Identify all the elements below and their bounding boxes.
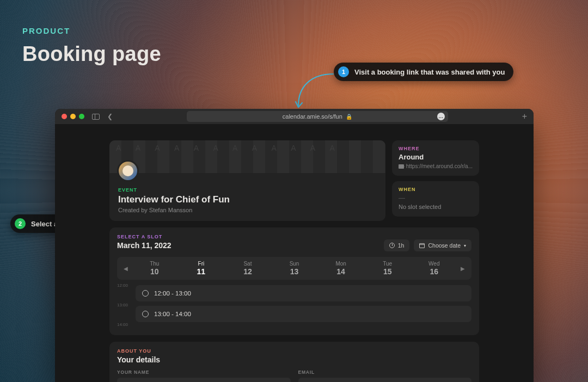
slot-option-2[interactable]: 13:00 - 14:00 [136,306,471,322]
slot-option-1[interactable]: 12:00 - 13:00 [136,285,471,301]
close-icon[interactable] [62,114,67,119]
new-tab-icon[interactable]: + [522,112,527,121]
callout-2-num: 2 [15,218,26,229]
eyebrow: PRODUCT [22,26,70,35]
where-card: WHERE Around https://meet.around.co/r/a.… [392,140,479,176]
when-card: WHEN — No slot selected [392,181,479,217]
slot-date: March 11, 2022 [117,241,171,250]
callout-1-num: 1 [338,66,349,77]
lock-icon: 🔒 [346,114,352,120]
chevron-down-icon: ▾ [464,243,466,248]
sidebar-toggle-icon[interactable] [92,114,100,120]
page-content: EVENT Interview for Chief of Fun Created… [55,124,534,382]
day-sat[interactable]: Sat12 [224,259,271,278]
prev-days-icon[interactable]: ◀ [120,266,131,272]
name-input[interactable]: e.g Dieter Braun [117,378,291,382]
email-label: EMAIL [298,369,472,375]
event-card: EVENT Interview for Chief of Fun Created… [109,140,385,221]
day-sun[interactable]: Sun13 [271,259,318,278]
when-dash: — [399,194,473,202]
name-label: YOUR NAME [117,369,291,375]
address-bar[interactable]: calendar.amie.so/s/fun 🔒 … [187,111,448,122]
avatar [117,160,139,182]
minimize-icon[interactable] [70,114,76,119]
traffic-lights [62,114,84,119]
callout-1: 1 Visit a booking link that was shared w… [334,63,513,81]
time-marker-12: 12:00 [117,283,128,288]
video-icon [399,164,404,169]
about-title: Your details [117,355,471,364]
where-value: Around [399,153,473,161]
event-banner [109,140,385,173]
event-subtitle: Created by Stefan Mansson [118,207,377,213]
email-input[interactable]: e.g dieter@braun.com [298,378,472,382]
day-fri[interactable]: Fri11 [178,259,225,278]
day-tue[interactable]: Tue15 [364,259,411,278]
day-mon[interactable]: Mon14 [317,259,364,278]
slot-card: SELECT A SLOT March 11, 2022 1h Choose d… [109,227,479,335]
time-marker-13: 13:00 [117,303,128,307]
callout-1-arrow [294,72,343,114]
duration-chip[interactable]: 1h [384,239,410,251]
when-label: WHEN [399,187,473,192]
back-icon[interactable]: ❮ [107,113,113,120]
about-label: ABOUT YOU [117,348,471,354]
day-thu[interactable]: Thu10 [131,259,178,278]
zoom-icon[interactable] [79,114,84,119]
titlebar: ❮ calendar.amie.so/s/fun 🔒 … + [55,109,534,124]
radio-icon [142,311,149,317]
page-headline: Booking page [22,42,161,66]
reader-icon[interactable]: … [437,113,445,120]
where-link[interactable]: https://meet.around.co/r/a... [406,163,473,169]
day-wed[interactable]: Wed16 [411,259,457,278]
browser-window: ❮ calendar.amie.so/s/fun 🔒 … + EVENT [55,109,534,382]
choose-date-chip[interactable]: Choose date ▾ [414,239,471,251]
slot-label: SELECT A SLOT [117,234,171,239]
event-label: EVENT [118,187,377,193]
url-text: calendar.amie.so/s/fun [283,113,342,120]
time-marker-14: 14:00 [117,322,128,327]
radio-icon [142,290,149,297]
callout-1-text: Visit a booking link that was shared wit… [354,68,505,76]
when-value: No slot selected [399,204,473,210]
day-picker: ◀ Thu10 Fri11 Sat12 Sun13 Mon14 Tue15 We… [117,257,471,280]
about-card: ABOUT YOU Your details YOUR NAME e.g Die… [109,342,479,382]
calendar-icon [419,243,425,248]
clock-icon [389,243,395,248]
next-days-icon[interactable]: ▶ [457,266,468,272]
event-title: Interview for Chief of Fun [118,194,377,205]
where-label: WHERE [399,146,473,151]
